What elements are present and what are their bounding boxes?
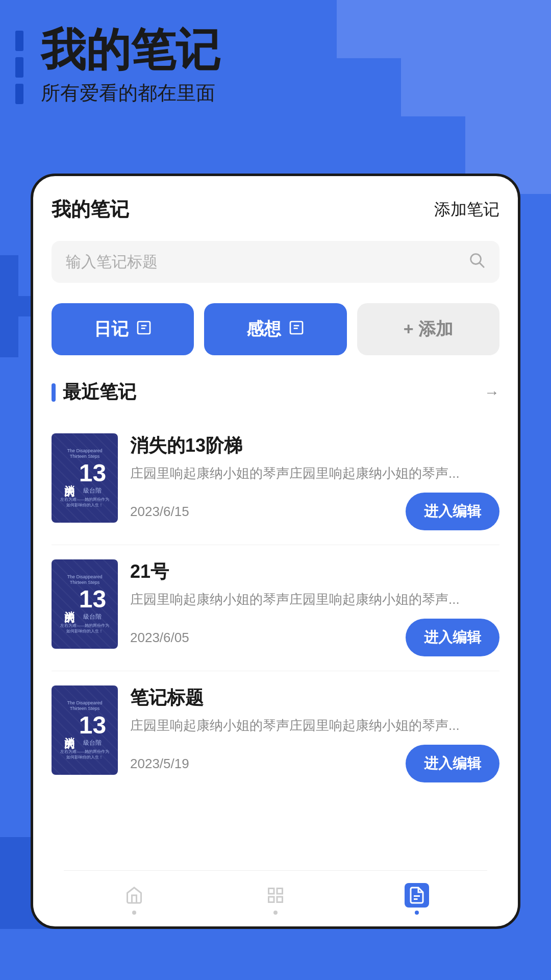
nav-item-grid[interactable] xyxy=(263,883,288,915)
svg-rect-10 xyxy=(268,897,274,902)
header-section: 我的笔记 所有爱看的都在里面 xyxy=(41,26,220,106)
category-add-button[interactable]: + 添加 xyxy=(357,303,499,355)
diary-icon xyxy=(136,320,152,339)
category-diary-label: 日记 xyxy=(94,317,129,341)
section-arrow-icon[interactable]: → xyxy=(484,384,499,401)
note-item: The DisappearedThirteen Steps 消失的 13 級台階… xyxy=(52,545,499,671)
main-card: 我的笔记 添加笔记 输入笔记标题 日记 感想 xyxy=(31,174,520,929)
note-footer-2: 2023/6/05 进入编辑 xyxy=(130,619,499,656)
note-date-1: 2023/6/15 xyxy=(130,504,189,520)
accent-bars xyxy=(15,31,23,104)
edit-button-2[interactable]: 进入编辑 xyxy=(406,619,499,656)
home-icon xyxy=(122,883,146,908)
bottom-nav xyxy=(64,870,487,926)
card-title: 我的笔记 xyxy=(52,197,129,223)
notes-list: The DisappearedThirteen Steps 消失的 13 級台階… xyxy=(52,419,499,797)
category-add-label: + 添加 xyxy=(404,317,453,341)
note-preview-3: 庄园里响起康纳小姐的琴声庄园里响起康纳小姐的琴声... xyxy=(130,716,499,736)
svg-line-1 xyxy=(480,263,484,267)
note-title-2: 21号 xyxy=(130,559,499,584)
note-footer-3: 2023/5/19 进入编辑 xyxy=(130,745,499,782)
add-note-button[interactable]: 添加笔记 xyxy=(434,199,499,221)
grid-icon xyxy=(263,883,288,908)
section-title-wrap: 最近笔记 xyxy=(52,380,136,405)
bg-decoration-top-right xyxy=(337,0,551,194)
section-title: 最近笔记 xyxy=(63,380,136,405)
section-header: 最近笔记 → xyxy=(52,380,499,405)
main-title: 我的笔记 xyxy=(41,26,220,75)
search-bar[interactable]: 输入笔记标题 xyxy=(52,241,499,283)
category-diary-button[interactable]: 日记 xyxy=(52,303,194,355)
edit-button-3[interactable]: 进入编辑 xyxy=(406,745,499,782)
note-content-2: 21号 庄园里响起康纳小姐的琴声庄园里响起康纳小姐的琴声... 2023/6/0… xyxy=(130,559,499,656)
card-header: 我的笔记 添加笔记 xyxy=(52,197,499,223)
note-date-3: 2023/5/19 xyxy=(130,756,189,772)
section-accent-bar xyxy=(52,383,56,402)
note-preview-1: 庄园里响起康纳小姐的琴声庄园里响起康纳小姐的琴声... xyxy=(130,463,499,483)
svg-rect-11 xyxy=(277,897,283,902)
nav-item-notes[interactable] xyxy=(405,883,429,915)
note-footer-1: 2023/6/15 进入编辑 xyxy=(130,493,499,530)
note-content-3: 笔记标题 庄园里响起康纳小姐的琴声庄园里响起康纳小姐的琴声... 2023/5/… xyxy=(130,685,499,782)
note-title-3: 笔记标题 xyxy=(130,685,499,710)
note-item: The DisappearedThirteen Steps 消失的 13 級台階… xyxy=(52,671,499,797)
edit-button-1[interactable]: 进入编辑 xyxy=(406,493,499,530)
note-title-1: 消失的13阶梯 xyxy=(130,433,499,458)
nav-dot-home xyxy=(132,911,136,915)
search-placeholder: 输入笔记标题 xyxy=(66,252,158,273)
book-cover-2: The DisappearedThirteen Steps 消失的 13 級台階… xyxy=(52,559,118,649)
category-impression-label: 感想 xyxy=(246,317,281,341)
nav-dot-notes xyxy=(415,911,419,915)
nav-dot-grid xyxy=(273,911,278,915)
svg-rect-9 xyxy=(277,888,283,894)
note-date-2: 2023/6/05 xyxy=(130,630,189,646)
svg-rect-8 xyxy=(268,888,274,894)
category-row: 日记 感想 + 添加 xyxy=(52,303,499,355)
note-content-1: 消失的13阶梯 庄园里响起康纳小姐的琴声庄园里响起康纳小姐的琴声... 2023… xyxy=(130,433,499,530)
bg-decoration-left-mid xyxy=(0,255,31,357)
nav-item-home[interactable] xyxy=(122,883,146,915)
category-impression-button[interactable]: 感想 xyxy=(204,303,346,355)
note-item: The DisappearedThirteen Steps 消失的 13 級台階… xyxy=(52,419,499,545)
note-preview-2: 庄园里响起康纳小姐的琴声庄园里响起康纳小姐的琴声... xyxy=(130,590,499,609)
sub-title: 所有爱看的都在里面 xyxy=(41,80,220,106)
search-icon xyxy=(468,251,485,273)
book-cover-1: The DisappearedThirteen Steps 消失的 13 級台階… xyxy=(52,433,118,523)
impression-icon xyxy=(288,320,305,339)
book-cover-3: The DisappearedThirteen Steps 消失的 13 級台階… xyxy=(52,685,118,775)
notes-icon xyxy=(405,883,429,908)
